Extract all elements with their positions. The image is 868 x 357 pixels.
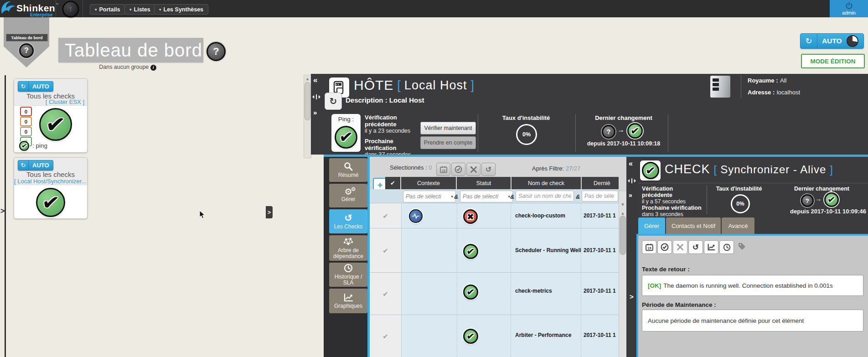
column-header-derniere[interactable]: Derniè (582, 177, 619, 189)
tag-icon[interactable] (738, 242, 746, 251)
widget-link[interactable]: [ Local Host/Synchronizer... ] (14, 178, 87, 185)
filter-statut-dropdown[interactable]: Pas de sélecti ▾ (460, 191, 513, 202)
check-status-box: ✔ (640, 160, 661, 181)
status-critical-icon: ✖ (463, 209, 478, 224)
widget-card-all-checks-cluster[interactable]: ↻ AUTO Tous les checks [ Cluster ESX ] 0… (14, 78, 88, 153)
refresh-icon: ↻ (330, 96, 337, 107)
table-row[interactable]: ✔ ✖ check-loop-custom 2017-10-11 1 (370, 203, 619, 228)
previous-state-unknown-icon: ? (602, 125, 615, 139)
tab-les-checks[interactable]: ↺ Les Checks (329, 209, 367, 233)
tab-historique-sla[interactable]: Historique / SLA (329, 263, 367, 287)
scroll-up-icon[interactable]: ▲ (619, 211, 626, 216)
resize-panel-icon[interactable] (628, 178, 636, 184)
edit-mode-button[interactable]: MODE ÉDITION (801, 54, 865, 68)
menu-portails[interactable]: ▾ Portails (90, 4, 125, 15)
svg-text:15: 15 (442, 169, 445, 172)
acknowledge-selected-button[interactable] (451, 163, 465, 176)
tab-gerer[interactable]: ⚙⚙ Gérer (329, 184, 367, 207)
panel-expander-icon[interactable]: > (630, 293, 634, 300)
divider (741, 75, 741, 98)
output-box: [OK] The daemon is running well. Connect… (642, 275, 863, 296)
check-name[interactable]: check-metrics (515, 288, 552, 294)
column-header-select[interactable]: ✔ (385, 177, 400, 189)
svg-text:15: 15 (647, 246, 651, 250)
table-scrollbar[interactable]: ▼ ▲ (619, 191, 627, 357)
filter-name-input[interactable] (516, 191, 574, 202)
scrollbar-thumb[interactable] (305, 82, 310, 120)
widget-auto-button[interactable]: ↻ AUTO (18, 81, 53, 92)
widget-auto-button[interactable]: ↻ AUTO (18, 160, 53, 171)
auto-refresh-button[interactable]: ↻ AUTO (800, 33, 864, 49)
help-icon[interactable]: ? (19, 43, 34, 58)
left-panel-expander[interactable]: > (0, 207, 5, 215)
row-select-cell[interactable]: ✔ (370, 315, 401, 357)
shinken-logo-icon[interactable] (1, 0, 17, 17)
refresh-description-button[interactable]: ↻ (325, 93, 342, 110)
dashboard-panel-expander[interactable]: > (266, 206, 273, 218)
menu-syntheses[interactable]: ▾ Les Synthèses (154, 4, 208, 15)
check-date: 2017-10-11 1 (584, 247, 618, 254)
check-name[interactable]: Arbiter - Performance (515, 332, 571, 338)
downtime-button[interactable]: 15 (642, 240, 656, 254)
menu-label: Listes (134, 6, 150, 13)
tools-button[interactable] (466, 163, 480, 176)
table-row[interactable]: ✔ ✔ Arbiter - Performance 2017-10-11 1 (370, 315, 619, 357)
check-now-button[interactable]: Vérifier maintenant (420, 122, 476, 135)
resize-panel-icon[interactable] (312, 94, 320, 100)
widget-link[interactable]: [ Cluster ESX ] (46, 98, 84, 105)
recheck-button[interactable]: ↺ (481, 163, 496, 176)
acknowledge-button[interactable] (657, 240, 672, 254)
page-help-icon[interactable]: ? (207, 42, 226, 61)
row-select-cell[interactable]: ✔ (370, 203, 401, 228)
tab-graphiques[interactable]: Graphiques (329, 289, 367, 313)
acknowledge-button[interactable]: Prendre en compte (420, 136, 476, 149)
check-date: 2017-10-11 1 (584, 332, 618, 338)
table-row[interactable]: ✔ ✔ check-metrics 2017-10-11 1 (370, 272, 619, 315)
last-change-label: Dernier changement (578, 114, 669, 121)
host-panel-scrollbar[interactable]: ▲ (304, 75, 311, 158)
table-row[interactable]: ✔ ✔ Scheduler - Running Well 2017-10-11 … (370, 228, 619, 273)
status-ok-icon: ✔ (36, 188, 65, 217)
status-ok-icon: ✔ (463, 244, 478, 259)
tab-contacts-notif[interactable]: Contacts et Notif (666, 217, 721, 234)
collapse-panel-icon[interactable]: « (629, 160, 633, 168)
tab-resume[interactable]: Résumé (329, 158, 367, 182)
host-panel: « » HÔTE [ Local Host ] (311, 74, 868, 155)
column-separator (401, 203, 402, 357)
column-header-contexte[interactable]: Contexte (401, 177, 456, 189)
row-select-cell[interactable]: ✔ (370, 273, 401, 315)
expand-panel-icon[interactable]: » (313, 109, 317, 116)
tab-arbre-dependance[interactable]: Arbre de dépendance (329, 235, 367, 261)
menu-listes[interactable]: ▾ Listes (124, 4, 155, 15)
expand-panel-icon[interactable]: » (629, 191, 632, 199)
app-root: Shinken™ Enterprise ↑ ▾ Portails ▾ Liste… (0, 0, 868, 357)
status-ok-icon: ✔ (463, 285, 478, 300)
widget-card-all-checks-synchronizer[interactable]: ↻ AUTO Tous les checks [ Local Host/Sync… (14, 157, 88, 219)
check-name[interactable]: check-loop-custom (515, 212, 565, 219)
divider (707, 185, 707, 214)
filter-date-input[interactable] (582, 191, 618, 202)
filter-contexte-dropdown[interactable]: Pas de sélecti ▾ (403, 191, 456, 202)
info-icon[interactable]: i (150, 65, 156, 71)
tools-button[interactable] (673, 240, 687, 254)
collapse-panel-icon[interactable]: « (313, 76, 317, 85)
check-name[interactable]: Scheduler - Running Well (515, 247, 581, 254)
column-header-statut[interactable]: Statut (457, 177, 511, 189)
column-header-nom[interactable]: Nom de check (512, 177, 581, 189)
column-separator (511, 203, 511, 357)
history-button[interactable] (719, 240, 734, 254)
scroll-top-button[interactable]: ↑ (62, 1, 79, 17)
scroll-down-icon[interactable]: ▼ (619, 202, 626, 207)
tab-avance[interactable]: Avancé (722, 217, 754, 234)
scroll-up-icon[interactable]: ▲ (304, 76, 311, 81)
topbar-separator (56, 0, 56, 17)
row-select-cell[interactable]: ✔ (370, 228, 401, 273)
group-label: Dans aucun groupe i (58, 64, 197, 71)
scrollbar-thumb[interactable] (620, 216, 626, 255)
graph-button[interactable] (704, 240, 718, 254)
user-menu[interactable]: admin (830, 0, 868, 17)
dashboard-hex-badge[interactable] (4, 17, 49, 67)
recheck-button[interactable]: ↺ (688, 240, 703, 254)
downtime-button[interactable]: 15 (436, 163, 450, 176)
tab-gerer[interactable]: Gérer (638, 217, 665, 234)
